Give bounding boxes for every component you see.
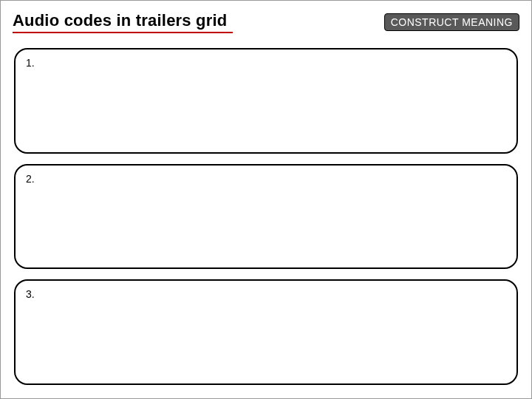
grid-box-3: 3. xyxy=(14,279,518,385)
construct-meaning-badge: CONSTRUCT MEANING xyxy=(384,13,519,31)
box-number: 3. xyxy=(26,288,506,300)
grid-box-2: 2. xyxy=(14,164,518,270)
grid-boxes: 1. 2. 3. xyxy=(14,48,518,385)
box-number: 2. xyxy=(26,173,506,185)
header-row: Audio codes in trailers grid CONSTRUCT M… xyxy=(13,11,519,33)
grid-box-1: 1. xyxy=(14,48,518,154)
page-title: Audio codes in trailers grid xyxy=(13,11,227,30)
box-number: 1. xyxy=(26,57,506,69)
title-underline: Audio codes in trailers grid xyxy=(13,11,233,33)
slide: Audio codes in trailers grid CONSTRUCT M… xyxy=(0,0,532,399)
